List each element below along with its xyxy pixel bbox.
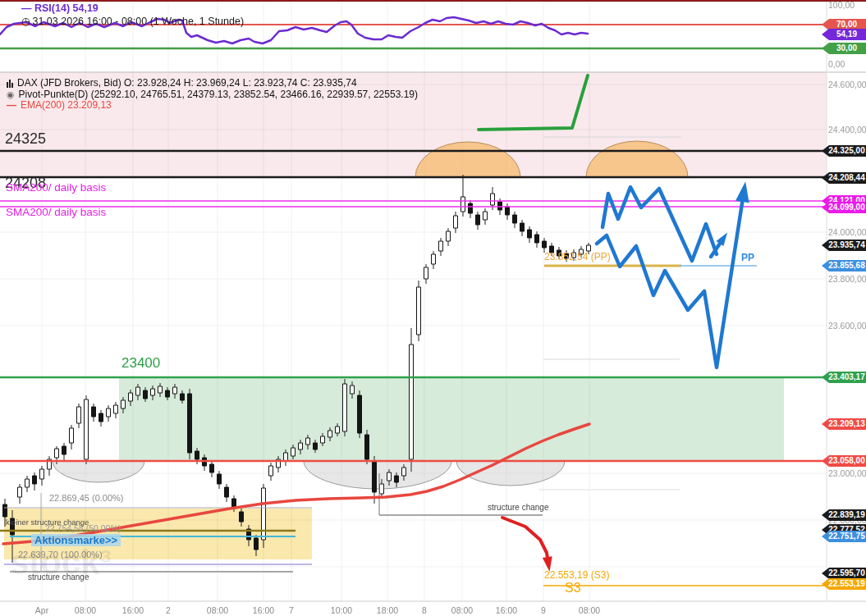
annotation-label-fib-0[interactable]: 22.869,45 (0.00%) bbox=[49, 493, 124, 503]
price-badge: 23.058,00 bbox=[822, 455, 866, 467]
price-badge: 70,00 bbox=[822, 19, 866, 30]
annotation-label-23400[interactable]: 23400 bbox=[121, 355, 160, 372]
price-badge: 22.595,70 bbox=[822, 568, 866, 579]
price-badge: 24.208,44 bbox=[822, 172, 866, 184]
x-axis-label: 08:00 bbox=[451, 605, 473, 615]
price-badge: 22.839,19 bbox=[822, 509, 866, 521]
x-axis-label: 18:00 bbox=[377, 605, 398, 615]
legend-pivot-points[interactable]: ◉ Pivot-Punkte(D) (25292.10, 24765.51, 2… bbox=[7, 89, 418, 101]
candlestick-icon bbox=[7, 80, 13, 88]
rsi-line-icon: — bbox=[21, 2, 32, 14]
price-badge: 54,19 bbox=[822, 29, 866, 40]
pivot-points-label: Pivot-Punkte(D) (25292.10, 24765.51, 243… bbox=[19, 89, 418, 101]
instrument-ohlc-label: DAX (JFD Brokers, Bid) O: 23.928,24 H: 2… bbox=[17, 78, 357, 89]
price-badge: 23.403,17 bbox=[822, 372, 866, 383]
price-badge: 24.099,00 bbox=[822, 202, 866, 213]
annotation-label-24325[interactable]: 24325 bbox=[5, 130, 46, 148]
trading-chart-window: — RSI(14) 54,19 ◷31.03.2026 16:00 - 08:0… bbox=[0, 0, 866, 616]
x-axis-label: 2 bbox=[166, 605, 171, 615]
ema-line-icon: — bbox=[7, 100, 16, 112]
rsi-legend[interactable]: — RSI(14) 54,19 bbox=[21, 2, 99, 14]
legend-ema200[interactable]: — EMA(200) 23.209,13 bbox=[7, 100, 418, 112]
chart-legend: DAX (JFD Brokers, Bid) O: 23.928,24 H: 2… bbox=[7, 78, 418, 112]
pivot-icon: ◉ bbox=[7, 89, 15, 101]
annotation-label-structure-change-mid[interactable]: structure change bbox=[488, 503, 549, 512]
x-axis-label: 08:00 bbox=[207, 605, 228, 615]
y-axis-label: 24.600,00 bbox=[828, 80, 866, 89]
y-axis-label: 23.800,00 bbox=[828, 274, 866, 284]
price-badge: 30,00 bbox=[822, 43, 866, 54]
x-axis-label: 08:00 bbox=[579, 605, 600, 615]
legend-instrument[interactable]: DAX (JFD Brokers, Bid) O: 23.928,24 H: 2… bbox=[7, 78, 418, 89]
x-axis-label: 8 bbox=[422, 605, 427, 615]
x-axis-label: 16:00 bbox=[253, 605, 274, 615]
y-axis-label: 23.000,00 bbox=[828, 468, 866, 478]
annotation-label-s3-price[interactable]: 22.553,19 (S3) bbox=[544, 569, 609, 581]
clock-icon: ◷ bbox=[21, 16, 30, 27]
price-badge: 23.855,68 bbox=[822, 260, 866, 271]
y-axis-label: 0,00 bbox=[828, 59, 845, 69]
price-badge: 24.325,00 bbox=[822, 145, 866, 157]
x-axis-label: 7 bbox=[289, 605, 294, 615]
price-badge: 23.935,74 bbox=[822, 240, 866, 251]
annotation-label-pp[interactable]: PP bbox=[741, 252, 754, 263]
y-axis-label: 24.000,00 bbox=[828, 227, 866, 237]
x-axis-label: 10:00 bbox=[331, 605, 352, 615]
x-axis-label: 08:00 bbox=[75, 605, 96, 615]
annotation-label-sma200-upper[interactable]: SMA200/ daily basis bbox=[6, 181, 106, 194]
timeframe-label: 31.03.2026 16:00 - 08:00 (1 Woche, 1 Stu… bbox=[32, 16, 244, 27]
annotation-label-kleiner-structure-change[interactable]: kleiner structure change bbox=[6, 518, 89, 527]
annotation-label-sma200-lower[interactable]: SMA200/ daily basis bbox=[6, 206, 106, 218]
x-axis-label: 16:00 bbox=[496, 605, 517, 615]
annotation-label-pp-price[interactable]: 23.852,54 (PP) bbox=[544, 251, 611, 262]
y-axis-label: 100,00 bbox=[828, 0, 855, 10]
chart-timeframe: ◷31.03.2026 16:00 - 08:00 (1 Woche, 1 St… bbox=[21, 16, 244, 27]
annotation-watermark-stock3: stock³ bbox=[10, 543, 112, 582]
x-axis-label: 16:00 bbox=[122, 605, 144, 615]
price-badge: 22.751,75 bbox=[822, 531, 866, 542]
x-axis-label: 9 bbox=[541, 605, 546, 615]
y-axis-label: 24.400,00 bbox=[828, 125, 866, 135]
rsi-legend-label: RSI(14) 54,19 bbox=[34, 2, 99, 14]
x-axis-label: Apr bbox=[35, 605, 48, 615]
y-axis-label: 23.600,00 bbox=[828, 321, 866, 331]
price-badge: 23.209,13 bbox=[822, 418, 866, 430]
price-badge: 22.553,19 bbox=[822, 578, 866, 590]
annotation-label-s3[interactable]: S3 bbox=[565, 581, 581, 595]
ema-label: EMA(200) 23.209,13 bbox=[21, 100, 112, 112]
